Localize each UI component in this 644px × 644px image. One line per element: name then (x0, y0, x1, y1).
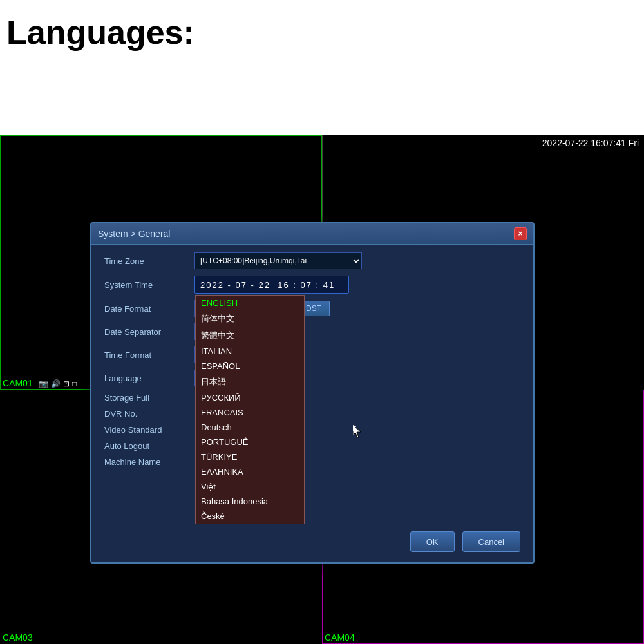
dialog-title: System > General (98, 229, 170, 239)
dropdown-item-italian[interactable]: ITALIAN (196, 344, 304, 359)
dvr-no-label: DVR No. (104, 409, 188, 419)
dropdown-item-english[interactable]: ENGLISH (196, 296, 304, 310)
dialog-body: Time Zone [UTC+08:00]Beijing,Urumqi,Tai … (91, 245, 533, 481)
storage-full-row: Storage Full (104, 393, 520, 402)
video-standard-label: Video Standard (104, 425, 188, 435)
dropdown-item-indonesian[interactable]: Bahasa Indonesia (196, 494, 304, 509)
storage-full-label: Storage Full (104, 393, 188, 402)
dialog-footer: OK Cancel (410, 531, 520, 552)
machine-name-row: Machine Name (104, 457, 520, 467)
time-format-row: Time Format 24-HOUR (104, 346, 520, 363)
dvr-no-row: DVR No. (104, 409, 520, 419)
system-time-label: System Time (104, 280, 188, 290)
auto-logout-row: Auto Logout (104, 441, 520, 451)
motion-icon: ⊡ (63, 379, 70, 388)
cam04-label: CAM04 (325, 632, 355, 643)
system-time-input[interactable] (194, 276, 349, 294)
dropdown-item-japanese[interactable]: 日本語 (196, 374, 304, 390)
cam01-label: CAM01 (3, 378, 33, 388)
dialog-close-button[interactable]: × (514, 227, 527, 240)
date-separator-row: Date Separator - (104, 323, 520, 340)
dropdown-item-vietnamese[interactable]: Việt (196, 479, 304, 494)
dropdown-item-spanish[interactable]: ESPAÑOL (196, 359, 304, 374)
cam03-label: CAM03 (3, 632, 33, 643)
page-heading: Languages: (6, 13, 194, 52)
language-dropdown[interactable]: ENGLISH 简体中文 繁體中文 ITALIAN ESPAÑOL 日本語 РУ… (195, 295, 305, 524)
date-format-row: Date Format YYYY MM DD DST (104, 300, 520, 317)
dropdown-item-czech[interactable]: České (196, 509, 304, 524)
auto-logout-label: Auto Logout (104, 441, 188, 451)
top-area: Languages: (0, 0, 644, 135)
dropdown-item-french[interactable]: FRANCAIS (196, 405, 304, 420)
language-row: Language ENGLISH (104, 370, 520, 386)
time-zone-row: Time Zone [UTC+08:00]Beijing,Urumqi,Tai (104, 252, 520, 269)
status-icon: □ (72, 379, 77, 388)
date-format-label: Date Format (104, 304, 188, 314)
dropdown-item-greek[interactable]: ΕΛΛΗΝΙΚΑ (196, 464, 304, 479)
ok-button[interactable]: OK (410, 531, 455, 552)
dropdown-item-turkish[interactable]: TÜRKİYE (196, 450, 304, 464)
cancel-button[interactable]: Cancel (462, 531, 520, 552)
dropdown-item-simplified-chinese[interactable]: 简体中文 (196, 310, 304, 327)
dialog-title-bar: System > General × (91, 223, 533, 245)
camera-area: 2022-07-22 16:07:41 Fri CAM01 📷 🔊 ⊡ □ CA… (0, 135, 644, 644)
dropdown-item-german[interactable]: Deutsch (196, 420, 304, 435)
date-separator-label: Date Separator (104, 327, 188, 337)
audio-icon: 🔊 (51, 379, 61, 388)
time-format-label: Time Format (104, 350, 188, 360)
timestamp: 2022-07-22 16:07:41 Fri (542, 138, 639, 148)
machine-name-label: Machine Name (104, 457, 188, 467)
time-zone-label: Time Zone (104, 256, 188, 266)
dropdown-item-traditional-chinese[interactable]: 繁體中文 (196, 327, 304, 344)
system-general-dialog: System > General × Time Zone [UTC+08:00]… (90, 222, 535, 564)
time-zone-select[interactable]: [UTC+08:00]Beijing,Urumqi,Tai (194, 252, 362, 269)
dropdown-item-portuguese[interactable]: PORTUGUÊ (196, 435, 304, 450)
language-label: Language (104, 374, 188, 383)
video-standard-row: Video Standard (104, 425, 520, 435)
cam01-icons: 📷 🔊 ⊡ □ (39, 379, 77, 388)
dropdown-item-russian[interactable]: РУССКИЙ (196, 390, 304, 405)
system-time-row: System Time (104, 276, 520, 294)
record-icon: 📷 (39, 379, 48, 388)
